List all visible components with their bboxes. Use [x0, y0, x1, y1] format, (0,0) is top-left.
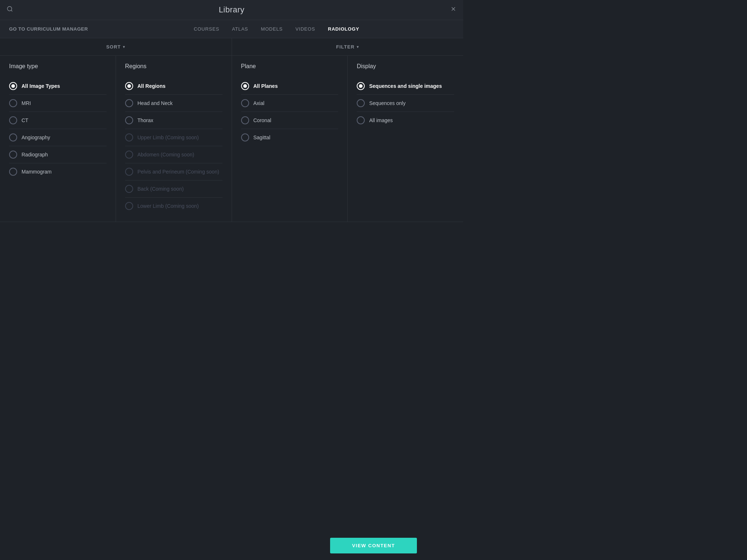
- sort-chevron-icon: ▾: [123, 45, 125, 49]
- radio-thorax[interactable]: Thorax: [125, 112, 222, 129]
- svg-point-0: [7, 7, 12, 11]
- radio-circle-all-planes: [241, 82, 249, 90]
- radio-label-sequences-and-single: Sequences and single images: [369, 83, 442, 89]
- nav-item-videos[interactable]: VIDEOS: [295, 24, 315, 34]
- radio-circle-sequences-only: [357, 99, 365, 107]
- radio-label-sagittal: Sagittal: [253, 135, 271, 140]
- radio-circle-back: [125, 185, 133, 193]
- sort-filter-bar: SORT ▾ FILTER ▾: [0, 38, 463, 56]
- svg-line-1: [11, 10, 12, 11]
- header: Library: [0, 0, 463, 20]
- radio-label-head-neck: Head and Neck: [138, 100, 173, 106]
- radio-label-axial: Axial: [253, 100, 264, 106]
- radio-sequences-only[interactable]: Sequences only: [357, 95, 454, 112]
- filter-button[interactable]: FILTER ▾: [232, 38, 464, 55]
- nav-item-radiology[interactable]: RADIOLOGY: [328, 24, 359, 34]
- sort-label: SORT: [106, 44, 121, 50]
- radio-circle-ct: [9, 116, 17, 124]
- radio-label-thorax: Thorax: [138, 117, 154, 123]
- radio-label-all-planes: All Planes: [253, 83, 278, 89]
- radio-circle-angiography: [9, 133, 17, 141]
- regions-column: Regions All Regions Head and Neck Thorax…: [116, 56, 232, 222]
- navbar: GO TO CURRICULUM MANAGER COURSES ATLAS M…: [0, 20, 463, 38]
- filter-chevron-icon: ▾: [357, 45, 359, 49]
- radio-sequences-and-single[interactable]: Sequences and single images: [357, 78, 454, 95]
- radio-label-back: Back (Coming soon): [138, 186, 184, 192]
- radio-circle-sequences-and-single: [357, 82, 365, 90]
- nav-item-courses[interactable]: COURSES: [194, 24, 219, 34]
- radio-angiography[interactable]: Angiography: [9, 129, 107, 146]
- display-column: Display Sequences and single images Sequ…: [348, 56, 463, 222]
- radio-mri[interactable]: MRI: [9, 95, 107, 112]
- radio-circle-lower-limb: [125, 202, 133, 210]
- radio-circle-radiograph: [9, 151, 17, 159]
- radio-label-pelvis: Pelvis and Perineum (Coming soon): [138, 169, 219, 175]
- radio-circle-abdomen: [125, 151, 133, 159]
- radio-circle-upper-limb: [125, 133, 133, 141]
- radio-circle-mri: [9, 99, 17, 107]
- sort-button[interactable]: SORT ▾: [0, 38, 232, 55]
- radio-ct[interactable]: CT: [9, 112, 107, 129]
- plane-column: Plane All Planes Axial Coronal Sagittal: [232, 56, 348, 222]
- radio-mammogram[interactable]: Mammogram: [9, 163, 107, 180]
- plane-title: Plane: [241, 63, 338, 70]
- radio-pelvis: Pelvis and Perineum (Coming soon): [125, 163, 222, 180]
- filter-columns: Image type All Image Types MRI CT Angiog…: [0, 56, 463, 222]
- radio-sagittal[interactable]: Sagittal: [241, 129, 338, 146]
- radio-label-coronal: Coronal: [253, 117, 271, 123]
- radio-all-image-types[interactable]: All Image Types: [9, 78, 107, 95]
- radio-label-mri: MRI: [22, 100, 31, 106]
- image-type-column: Image type All Image Types MRI CT Angiog…: [0, 56, 116, 222]
- radio-label-all-image-types: All Image Types: [22, 83, 60, 89]
- radio-circle-axial: [241, 99, 249, 107]
- radio-label-ct: CT: [22, 117, 28, 123]
- curriculum-manager-link[interactable]: GO TO CURRICULUM MANAGER: [4, 26, 93, 32]
- radio-label-all-images: All images: [369, 117, 393, 123]
- page-title: Library: [219, 5, 245, 15]
- radio-label-all-regions: All Regions: [138, 83, 166, 89]
- radio-axial[interactable]: Axial: [241, 95, 338, 112]
- nav-item-atlas[interactable]: ATLAS: [232, 24, 248, 34]
- radio-radiograph[interactable]: Radiograph: [9, 146, 107, 163]
- radio-all-regions[interactable]: All Regions: [125, 78, 222, 95]
- radio-label-radiograph: Radiograph: [22, 152, 48, 158]
- radio-circle-mammogram: [9, 168, 17, 176]
- radio-lower-limb: Lower Limb (Coming soon): [125, 198, 222, 214]
- radio-label-lower-limb: Lower Limb (Coming soon): [138, 203, 199, 209]
- radio-circle-pelvis: [125, 168, 133, 176]
- filter-label: FILTER: [336, 44, 355, 50]
- image-type-title: Image type: [9, 63, 107, 70]
- nav-item-models[interactable]: MODELS: [261, 24, 283, 34]
- radio-label-sequences-only: Sequences only: [369, 100, 406, 106]
- radio-label-abdomen: Abdomen (Coming soon): [138, 152, 194, 158]
- search-icon[interactable]: [7, 6, 13, 14]
- radio-circle-coronal: [241, 116, 249, 124]
- radio-label-upper-limb: Upper Limb (Coming soon): [138, 135, 199, 140]
- radio-circle-sagittal: [241, 133, 249, 141]
- close-icon[interactable]: [450, 6, 457, 14]
- radio-coronal[interactable]: Coronal: [241, 112, 338, 129]
- radio-circle-all-images: [357, 116, 365, 124]
- radio-circle-thorax: [125, 116, 133, 124]
- display-title: Display: [357, 63, 454, 70]
- radio-circle-all-image-types: [9, 82, 17, 90]
- radio-head-neck[interactable]: Head and Neck: [125, 95, 222, 112]
- radio-all-images[interactable]: All images: [357, 112, 454, 129]
- radio-circle-all-regions: [125, 82, 133, 90]
- radio-circle-head-neck: [125, 99, 133, 107]
- regions-title: Regions: [125, 63, 222, 70]
- radio-label-mammogram: Mammogram: [22, 169, 51, 175]
- radio-abdomen: Abdomen (Coming soon): [125, 146, 222, 163]
- radio-back: Back (Coming soon): [125, 180, 222, 198]
- radio-label-angiography: Angiography: [22, 135, 50, 140]
- nav-center: COURSES ATLAS MODELS VIDEOS RADIOLOGY: [93, 24, 460, 34]
- radio-upper-limb: Upper Limb (Coming soon): [125, 129, 222, 146]
- radio-all-planes[interactable]: All Planes: [241, 78, 338, 95]
